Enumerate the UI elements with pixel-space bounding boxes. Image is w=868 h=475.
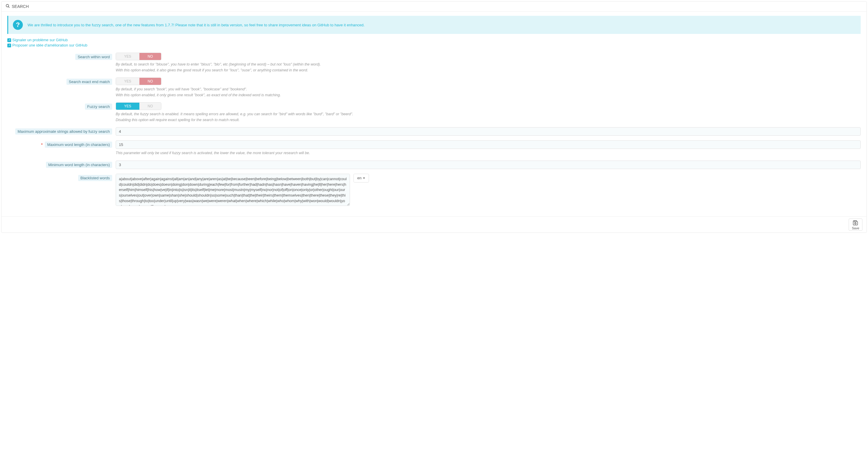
github-suggest-label: Proposer une idée d'amélioration sur Git… <box>12 43 87 48</box>
toggle-no[interactable]: NO <box>140 53 161 60</box>
github-links: ↗ Signaler un problème sur GitHub ↗ Prop… <box>7 37 861 48</box>
label-min-word-len: Minimum word length (in characters) <box>46 162 112 168</box>
language-dropdown[interactable]: en ▼ <box>353 174 369 182</box>
toggle-search-exact-end[interactable]: YES NO <box>116 77 161 85</box>
search-panel: SEARCH ? We are thrilled to introduce yo… <box>1 1 867 233</box>
help-icon: ? <box>13 20 23 30</box>
external-link-icon: ↗ <box>7 38 11 42</box>
toggle-yes[interactable]: YES <box>116 53 140 60</box>
textarea-blacklisted-words[interactable] <box>116 174 350 206</box>
external-link-icon: ↗ <box>7 43 11 47</box>
label-blacklisted-words: Blacklisted words <box>78 175 112 181</box>
help-text: By default, the fuzzy search is enabled.… <box>116 112 861 117</box>
panel-heading: SEARCH <box>1 1 867 12</box>
input-min-word-len[interactable] <box>116 161 861 169</box>
label-max-approx: Maximum approximate strings allowed by f… <box>15 128 112 135</box>
input-max-approx[interactable] <box>116 127 861 136</box>
language-code: en <box>357 176 361 180</box>
svg-point-3 <box>855 223 856 224</box>
panel-footer: Save <box>1 216 867 233</box>
label-max-word-len: Maximum word length (in characters) <box>45 142 112 148</box>
label-search-exact-end: Search exact end match <box>66 79 112 85</box>
toggle-no[interactable]: NO <box>140 78 161 85</box>
chevron-down-icon: ▼ <box>363 177 365 179</box>
svg-point-0 <box>6 4 9 7</box>
svg-line-1 <box>8 6 9 8</box>
alert-text: We are thrilled to introduce you to the … <box>28 23 365 27</box>
save-button[interactable]: Save <box>849 218 862 231</box>
help-text: By default, if you search "book", you wi… <box>116 87 861 92</box>
label-search-within-word: Search within word <box>75 54 112 60</box>
info-alert: ? We are thrilled to introduce you to th… <box>7 16 861 34</box>
input-max-word-len[interactable] <box>116 140 861 149</box>
toggle-yes[interactable]: YES <box>116 78 140 85</box>
help-text: Disabling this option will require exact… <box>116 117 861 123</box>
save-label: Save <box>852 226 859 230</box>
label-fuzzy-search: Fuzzy search <box>85 104 112 110</box>
toggle-search-within-word[interactable]: YES NO <box>116 53 161 60</box>
toggle-fuzzy-search[interactable]: YES NO <box>116 102 161 110</box>
github-report-label: Signaler un problème sur GitHub <box>12 37 68 43</box>
help-text: By default, to search for "blouse", you … <box>116 62 861 67</box>
help-text: With this option enabled, it only gives … <box>116 93 861 98</box>
github-report-link[interactable]: ↗ Signaler un problème sur GitHub <box>7 37 861 43</box>
help-text: This parameter will only be used if fuzz… <box>116 150 861 156</box>
svg-rect-2 <box>854 220 856 222</box>
github-suggest-link[interactable]: ↗ Proposer une idée d'amélioration sur G… <box>7 43 861 48</box>
toggle-yes[interactable]: YES <box>116 103 140 110</box>
required-star: * <box>41 142 42 147</box>
panel-title: SEARCH <box>12 4 29 9</box>
toggle-no[interactable]: NO <box>140 103 161 110</box>
help-text: With this option enabled, it also gives … <box>116 68 861 73</box>
save-icon <box>852 220 858 226</box>
search-icon <box>6 4 10 9</box>
